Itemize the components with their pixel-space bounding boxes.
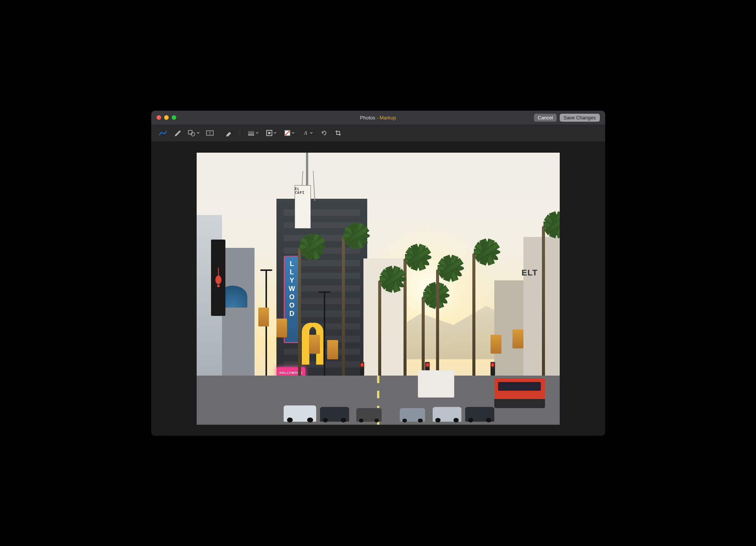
photo-street-banner <box>491 335 501 354</box>
photo-palm-tree <box>298 248 301 379</box>
canvas-area[interactable]: EL CAPI ELT LLYWOOD HOLLYWOOD <box>151 142 605 436</box>
photo-street-banner <box>258 308 269 326</box>
draw-tool[interactable] <box>171 128 184 138</box>
photo-palm-tree <box>436 269 439 378</box>
cancel-button[interactable]: Cancel <box>534 114 557 122</box>
photo-streetlamp <box>324 291 325 378</box>
title-separator: - <box>375 115 380 121</box>
photo-car <box>320 407 349 422</box>
minimize-window-button[interactable] <box>164 115 169 120</box>
photo-palm-tree <box>342 237 345 378</box>
fill-color-tool[interactable] <box>281 128 298 138</box>
text-style-tool[interactable]: A <box>299 128 316 138</box>
chevron-down-icon <box>292 132 295 134</box>
close-window-button[interactable] <box>157 115 161 120</box>
photo-roosevelt-sign: ELT <box>522 268 538 278</box>
chevron-down-icon <box>256 132 259 134</box>
titlebar: Photos - Markup Cancel Save Changes <box>151 111 605 125</box>
sketch-tool[interactable] <box>157 128 169 138</box>
svg-rect-0 <box>188 130 192 134</box>
photo-car <box>433 407 462 422</box>
photo-car <box>465 407 494 422</box>
traffic-lights <box>157 115 176 120</box>
shapes-tool[interactable] <box>185 128 202 138</box>
svg-point-12 <box>215 275 221 284</box>
fill-color-icon <box>284 130 291 136</box>
text-tool-icon: T <box>206 130 214 136</box>
text-tool[interactable]: T <box>203 128 216 138</box>
chevron-down-icon <box>273 132 276 134</box>
photo-street-banner <box>276 319 287 337</box>
photo-el-capitan-sign: EL CAPI <box>295 185 311 229</box>
photo-building <box>523 237 560 378</box>
save-changes-button[interactable]: Save Changes <box>560 114 599 122</box>
border-color-icon <box>266 130 273 136</box>
photo-truck <box>418 370 454 398</box>
line-weight-icon <box>247 130 255 136</box>
svg-text:T: T <box>208 131 211 135</box>
photo-bus <box>494 378 545 408</box>
photo-car <box>356 408 382 422</box>
photo-palm-tree <box>542 226 545 378</box>
crop-tool[interactable] <box>332 128 345 138</box>
photo-street-banner <box>309 335 320 354</box>
markup-window: Photos - Markup Cancel Save Changes T <box>151 111 605 436</box>
zoom-window-button[interactable] <box>172 115 176 120</box>
markup-toolbar: T A <box>151 125 605 142</box>
photo-car <box>400 408 425 422</box>
photo-palm-tree <box>422 297 425 378</box>
svg-point-13 <box>217 285 220 287</box>
svg-rect-8 <box>268 132 270 134</box>
line-weight-tool[interactable] <box>245 128 261 138</box>
shapes-tool-icon <box>188 130 196 136</box>
sketch-tool-icon <box>159 130 167 136</box>
border-color-tool[interactable] <box>263 128 279 138</box>
rotate-tool[interactable] <box>317 128 330 138</box>
guitar-icon <box>214 267 223 289</box>
title-app-label: Photos <box>360 115 375 121</box>
svg-text:A: A <box>303 130 307 136</box>
photo-street-banner <box>512 329 523 348</box>
photo-canvas[interactable]: EL CAPI ELT LLYWOOD HOLLYWOOD <box>197 153 560 425</box>
highlight-tool-icon <box>225 130 233 136</box>
title-mode-label: Markup <box>380 115 396 121</box>
photo-palm-tree <box>472 253 475 378</box>
chevron-down-icon <box>310 132 313 134</box>
photo-traffic-light <box>360 362 365 376</box>
photo-palm-tree <box>378 280 381 378</box>
photo-traffic-light <box>491 362 495 376</box>
crop-icon <box>335 130 342 136</box>
toolbar-divider <box>240 129 240 137</box>
photo-guitar-billboard <box>211 240 225 316</box>
photo-car <box>284 405 316 422</box>
photo-street-banner <box>327 340 338 359</box>
draw-tool-icon <box>174 130 181 136</box>
rotate-left-icon <box>320 130 327 136</box>
text-style-icon: A <box>302 130 309 136</box>
photo-building <box>222 248 255 379</box>
highlight-tool[interactable] <box>222 128 235 138</box>
chevron-down-icon <box>197 132 200 134</box>
photo-palm-tree <box>404 258 407 378</box>
